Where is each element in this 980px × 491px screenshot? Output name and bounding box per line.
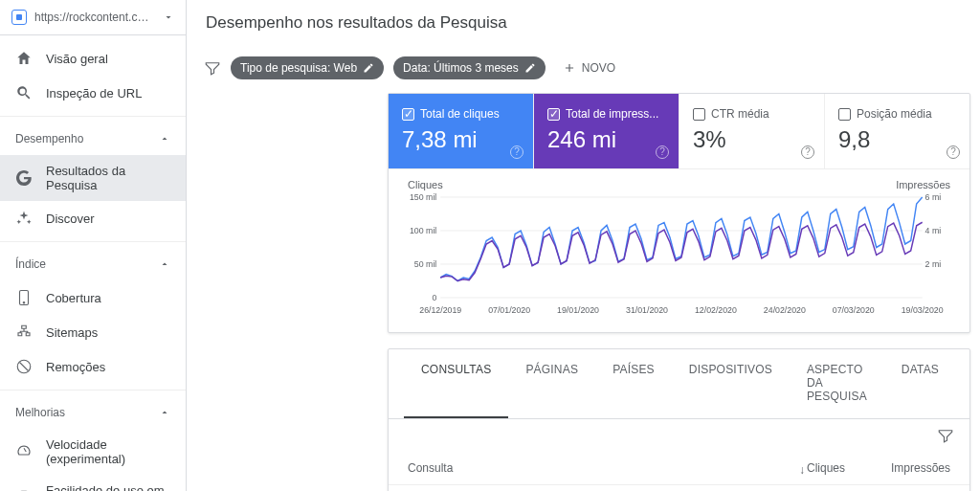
sort-desc-icon: ↓ bbox=[799, 463, 805, 477]
chevron-up-icon bbox=[159, 133, 170, 145]
svg-text:50 mil: 50 mil bbox=[414, 259, 436, 269]
nav-overview[interactable]: Visão geral bbox=[0, 41, 186, 76]
property-selector[interactable]: https://rockcontent.com/ bbox=[0, 0, 186, 35]
svg-text:07/03/2020: 07/03/2020 bbox=[833, 305, 875, 315]
coverage-icon bbox=[15, 289, 33, 306]
checkbox-unchecked-icon bbox=[838, 108, 851, 121]
filter-chip-type[interactable]: Tipo de pesquisa: Web bbox=[231, 56, 384, 79]
nav-label: Discover bbox=[46, 212, 95, 226]
line-chart[interactable]: 150 mil100 mil50 mil06 mi4 mi2 mi26/12/2… bbox=[408, 192, 950, 317]
tab-devices[interactable]: DISPOSITIVOS bbox=[672, 349, 790, 418]
performance-chart: Cliques Impressões 150 mil100 mil50 mil0… bbox=[389, 169, 969, 332]
nav-sitemaps[interactable]: Sitemaps bbox=[0, 315, 186, 349]
filter-icon[interactable] bbox=[204, 59, 221, 77]
svg-text:150 mil: 150 mil bbox=[410, 192, 436, 202]
help-icon[interactable]: ? bbox=[656, 145, 669, 159]
nav-label: Velocidade (experimental) bbox=[46, 437, 170, 466]
checkbox-unchecked-icon bbox=[693, 108, 705, 121]
metric-value: 7,38 mi bbox=[402, 126, 520, 153]
svg-text:26/12/2019: 26/12/2019 bbox=[419, 305, 461, 315]
filter-chip-date[interactable]: Data: Últimos 3 meses bbox=[393, 56, 546, 79]
svg-text:31/01/2020: 31/01/2020 bbox=[626, 305, 668, 315]
tab-queries[interactable]: CONSULTAS bbox=[404, 349, 508, 418]
chevron-down-icon bbox=[163, 11, 174, 23]
nav-search-results[interactable]: Resultados da Pesquisa bbox=[0, 155, 186, 201]
nav-url-inspect[interactable]: Inspeção de URL bbox=[0, 76, 186, 110]
metric-value: 9,8 bbox=[838, 126, 956, 153]
metrics-row: ✓Total de cliques 7,38 mi ? ✓Total de im… bbox=[389, 94, 969, 169]
speed-icon bbox=[15, 443, 33, 460]
metric-ctr[interactable]: CTR média 3% ? bbox=[679, 94, 825, 168]
chart-left-axis-label: Cliques bbox=[408, 179, 443, 190]
nav-coverage[interactable]: Cobertura bbox=[0, 280, 186, 315]
filter-new-button[interactable]: NOVO bbox=[555, 57, 623, 78]
svg-text:19/03/2020: 19/03/2020 bbox=[902, 305, 944, 315]
queries-table: Consulta ↓Cliques Impressões marketing d… bbox=[389, 452, 969, 491]
edit-icon bbox=[363, 62, 374, 74]
checkbox-checked-icon: ✓ bbox=[547, 108, 560, 121]
nav-mobile-usability[interactable]: Facilidade de uso em dispo... bbox=[0, 475, 186, 491]
home-icon bbox=[15, 50, 33, 67]
nav-section-enhancements[interactable]: Melhorias bbox=[0, 396, 186, 429]
main: Desempenho nos resultados da Pesquisa Ti… bbox=[187, 0, 980, 491]
nav-label: Resultados da Pesquisa bbox=[46, 164, 170, 192]
tab-appearance[interactable]: ASPECTO DA PESQUISA bbox=[790, 349, 884, 418]
chevron-up-icon bbox=[159, 258, 170, 270]
metric-value: 246 mi bbox=[547, 126, 665, 153]
nav-label: Visão geral bbox=[46, 52, 108, 66]
svg-text:2 mi: 2 mi bbox=[925, 259, 942, 269]
svg-text:19/01/2020: 19/01/2020 bbox=[557, 305, 599, 315]
search-icon bbox=[15, 84, 33, 101]
discover-icon bbox=[15, 210, 33, 227]
table-row[interactable]: marketing digital57.161837.016 bbox=[389, 485, 969, 491]
help-icon[interactable]: ? bbox=[947, 145, 960, 159]
svg-text:07/01/2020: 07/01/2020 bbox=[488, 305, 530, 315]
nav-section-performance[interactable]: Desempenho bbox=[0, 123, 186, 155]
removals-icon bbox=[15, 358, 33, 375]
nav-discover[interactable]: Discover bbox=[0, 201, 186, 235]
nav-removals[interactable]: Remoções bbox=[0, 349, 186, 384]
property-icon bbox=[11, 10, 27, 25]
plus-icon bbox=[563, 61, 576, 75]
svg-text:0: 0 bbox=[432, 293, 436, 302]
metric-impressions[interactable]: ✓Total de impress... 246 mi ? bbox=[534, 94, 679, 168]
metric-position[interactable]: Posição média 9,8 ? bbox=[825, 94, 969, 168]
nav-section-index[interactable]: Índice bbox=[0, 248, 186, 280]
nav-label: Remoções bbox=[46, 360, 105, 374]
col-header-query[interactable]: Consulta bbox=[408, 461, 740, 475]
chevron-up-icon bbox=[159, 407, 170, 418]
nav-label: Cobertura bbox=[46, 291, 101, 305]
nav-speed[interactable]: Velocidade (experimental) bbox=[0, 429, 186, 475]
metric-value: 3% bbox=[693, 126, 811, 153]
edit-icon bbox=[524, 62, 536, 74]
tab-countries[interactable]: PAÍSES bbox=[595, 349, 672, 418]
nav-label: Inspeção de URL bbox=[46, 86, 142, 100]
filter-icon[interactable] bbox=[937, 427, 954, 444]
svg-text:24/02/2020: 24/02/2020 bbox=[764, 305, 806, 315]
sitemap-icon bbox=[15, 324, 33, 341]
google-icon bbox=[15, 169, 33, 187]
svg-text:4 mi: 4 mi bbox=[925, 226, 942, 235]
tab-pages[interactable]: PÁGINAS bbox=[508, 349, 595, 418]
checkbox-checked-icon: ✓ bbox=[402, 108, 414, 121]
col-header-clicks[interactable]: ↓Cliques bbox=[740, 461, 845, 475]
chart-right-axis-label: Impressões bbox=[896, 179, 950, 190]
nav-label: Facilidade de uso em dispo... bbox=[46, 483, 170, 491]
filter-bar: Tipo de pesquisa: Web Data: Últimos 3 me… bbox=[187, 47, 980, 93]
tab-dates[interactable]: DATAS bbox=[884, 349, 956, 418]
help-icon[interactable]: ? bbox=[801, 145, 814, 159]
sidebar: https://rockcontent.com/ Visão geral Ins… bbox=[0, 0, 187, 491]
svg-text:12/02/2020: 12/02/2020 bbox=[695, 305, 737, 315]
help-icon[interactable]: ? bbox=[510, 145, 523, 159]
nav-label: Sitemaps bbox=[46, 325, 98, 340]
svg-text:6 mi: 6 mi bbox=[925, 192, 942, 202]
page-title: Desempenho nos resultados da Pesquisa bbox=[187, 0, 980, 47]
col-header-impressions[interactable]: Impressões bbox=[845, 461, 950, 475]
table-tabs: CONSULTAS PÁGINAS PAÍSES DISPOSITIVOS AS… bbox=[389, 349, 969, 419]
svg-text:100 mil: 100 mil bbox=[410, 226, 436, 235]
metric-clicks[interactable]: ✓Total de cliques 7,38 mi ? bbox=[389, 94, 534, 168]
property-url: https://rockcontent.com/ bbox=[34, 11, 155, 24]
